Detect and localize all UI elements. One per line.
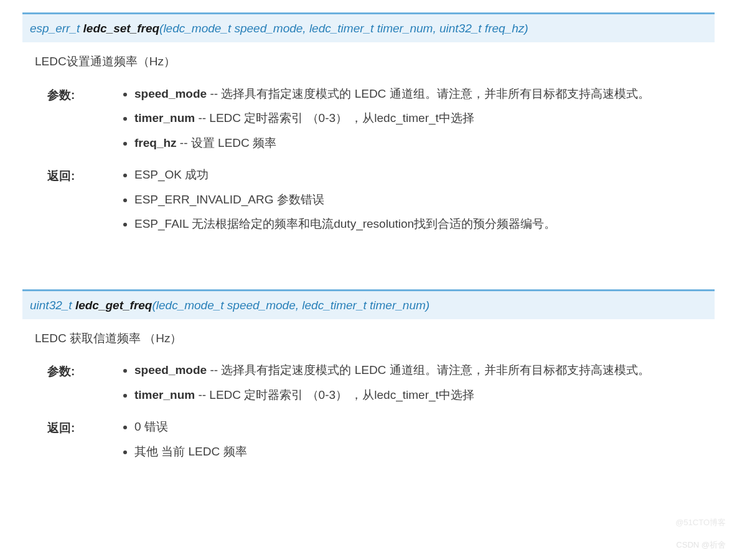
param-text: -- 设置 LEDC 频率 [177, 136, 276, 149]
param-name: freq_hz [134, 136, 177, 149]
params-list: speed_mode -- 选择具有指定速度模式的 LEDC 通道组。请注意，并… [122, 361, 715, 404]
param-name: timer_num [134, 111, 195, 124]
function-signature: uint32_t ledc_get_freq(ledc_mode_t speed… [22, 289, 715, 319]
list-item: 0 错误 [134, 418, 715, 436]
params-row: 参数: speed_mode -- 选择具有指定速度模式的 LEDC 通道组。请… [47, 85, 715, 163]
returns-row: 返回: 0 错误 其他 当前 LEDC 频率 [47, 418, 715, 472]
param-name: speed_mode [134, 87, 207, 100]
function-block: esp_err_t ledc_set_freq(ledc_mode_t spee… [22, 12, 715, 245]
param-text: -- 选择具有指定速度模式的 LEDC 通道组。请注意，并非所有目标都支持高速模… [207, 363, 649, 376]
function-args: (ledc_mode_t speed_mode, ledc_timer_t ti… [159, 22, 528, 35]
return-type: esp_err_t [30, 22, 83, 35]
list-item: speed_mode -- 选择具有指定速度模式的 LEDC 通道组。请注意，并… [134, 361, 715, 379]
list-item: timer_num -- LEDC 定时器索引 （0-3） ，从ledc_tim… [134, 109, 715, 127]
param-name: speed_mode [134, 363, 207, 376]
list-item: ESP_ERR_INVALID_ARG 参数错误 [134, 190, 715, 208]
list-item: speed_mode -- 选择具有指定速度模式的 LEDC 通道组。请注意，并… [134, 85, 715, 103]
watermark: @51CTO博客 [675, 516, 726, 529]
param-name: timer_num [134, 388, 195, 401]
params-label: 参数: [47, 361, 122, 415]
returns-label: 返回: [47, 166, 122, 244]
returns-row: 返回: ESP_OK 成功 ESP_ERR_INVALID_ARG 参数错误 E… [47, 166, 715, 244]
return-type: uint32_t [30, 299, 75, 312]
function-args: (ledc_mode_t speed_mode, ledc_timer_t ti… [152, 299, 430, 312]
list-item: 其他 当前 LEDC 频率 [134, 442, 715, 460]
list-item: freq_hz -- 设置 LEDC 频率 [134, 134, 715, 152]
param-text: -- LEDC 定时器索引 （0-3） ，从ledc_timer_t中选择 [195, 111, 474, 124]
function-description: LEDC 获取信道频率 （Hz） [35, 329, 715, 347]
returns-list: ESP_OK 成功 ESP_ERR_INVALID_ARG 参数错误 ESP_F… [122, 166, 715, 233]
returns-list: 0 错误 其他 当前 LEDC 频率 [122, 418, 715, 460]
function-signature: esp_err_t ledc_set_freq(ledc_mode_t spee… [22, 12, 715, 42]
function-description: LEDC设置通道频率（Hz） [35, 52, 715, 70]
list-item: ESP_FAIL 无法根据给定的频率和电流duty_resolution找到合适… [134, 215, 715, 233]
param-text: -- 选择具有指定速度模式的 LEDC 通道组。请注意，并非所有目标都支持高速模… [207, 87, 649, 100]
params-list: speed_mode -- 选择具有指定速度模式的 LEDC 通道组。请注意，并… [122, 85, 715, 152]
list-item: ESP_OK 成功 [134, 166, 715, 184]
params-row: 参数: speed_mode -- 选择具有指定速度模式的 LEDC 通道组。请… [47, 361, 715, 415]
list-item: timer_num -- LEDC 定时器索引 （0-3） ，从ledc_tim… [134, 386, 715, 404]
returns-label: 返回: [47, 418, 122, 472]
function-name: ledc_set_freq [83, 22, 160, 35]
params-label: 参数: [47, 85, 122, 163]
function-name: ledc_get_freq [75, 299, 153, 312]
function-block: uint32_t ledc_get_freq(ledc_mode_t speed… [22, 289, 715, 472]
param-text: -- LEDC 定时器索引 （0-3） ，从ledc_timer_t中选择 [195, 388, 474, 401]
